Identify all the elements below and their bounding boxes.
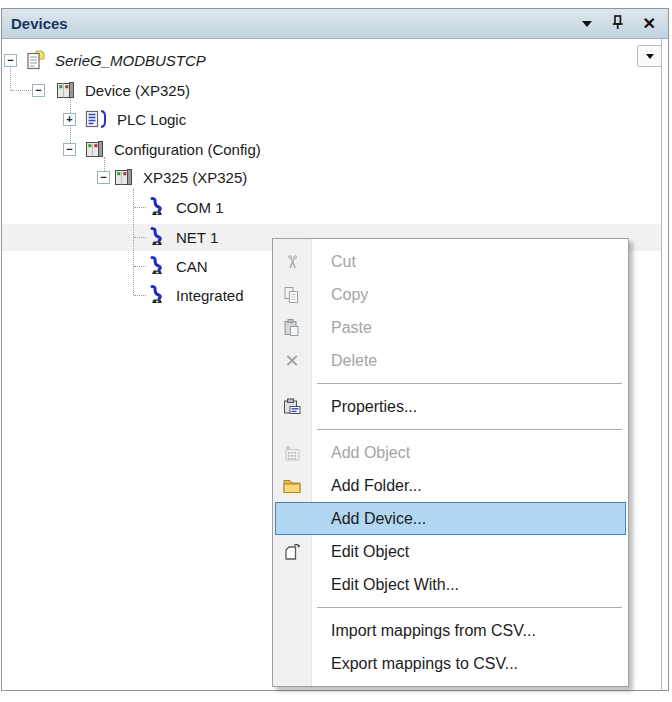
panel-title: Devices	[2, 15, 68, 32]
tree-node-project[interactable]: SerieG_MODBUSTCP	[24, 49, 206, 71]
tree-node-label: NET 1	[174, 229, 218, 246]
panel-inner-border	[661, 39, 662, 690]
tree-node-device[interactable]: Device (XP325)	[55, 79, 190, 101]
tree-guide	[134, 266, 146, 267]
menu-item-import-mappings[interactable]: Import mappings from CSV...	[273, 614, 628, 647]
tree-node-com1[interactable]: COM 1	[148, 196, 224, 218]
menu-separator	[317, 607, 622, 608]
panel-titlebar: Devices ✕	[2, 9, 668, 39]
tree-guide	[134, 207, 146, 208]
edit-object-icon	[273, 542, 311, 562]
port-icon	[148, 227, 167, 247]
paste-icon	[273, 318, 311, 338]
menu-item-properties[interactable]: Properties...	[273, 390, 628, 423]
tree-node-plc-logic[interactable]: PLC Logic	[84, 108, 186, 130]
expander-xp325[interactable]: −	[97, 171, 110, 184]
folder-icon	[273, 477, 311, 494]
port-icon	[148, 285, 167, 305]
port-icon	[148, 256, 167, 276]
context-menu: ✂ Cut Copy Paste ✕ Delete	[272, 238, 629, 687]
tree-guide	[11, 90, 31, 91]
menu-item-delete: ✕ Delete	[273, 344, 628, 377]
tree-node-xp325[interactable]: XP325 (XP325)	[113, 166, 247, 188]
tree-node-net1[interactable]: NET 1	[148, 226, 218, 248]
menu-item-export-mappings[interactable]: Export mappings to CSV...	[273, 647, 628, 680]
pin-icon[interactable]	[611, 14, 624, 34]
menu-separator	[317, 383, 622, 384]
project-icon	[24, 50, 46, 70]
tree-guide	[133, 189, 134, 295]
menu-item-copy: Copy	[273, 278, 628, 311]
plc-logic-icon	[84, 109, 108, 129]
menu-item-cut: ✂ Cut	[273, 245, 628, 278]
add-object-icon	[273, 443, 311, 463]
tree-dropdown-button[interactable]	[637, 45, 662, 67]
menu-item-add-folder[interactable]: Add Folder...	[273, 469, 628, 502]
tree-node-label: COM 1	[174, 199, 224, 216]
menu-item-edit-object-with[interactable]: Edit Object With...	[273, 568, 628, 601]
plc-device-icon	[55, 80, 76, 100]
port-icon	[148, 197, 167, 217]
chevron-down-icon	[646, 54, 654, 59]
close-icon[interactable]: ✕	[643, 16, 656, 32]
properties-icon	[273, 397, 311, 417]
tree-node-label: Device (XP325)	[83, 82, 190, 99]
tree-guide	[10, 67, 11, 90]
copy-icon	[273, 285, 311, 305]
menu-item-add-object: Add Object	[273, 436, 628, 469]
tree-node-label: CAN	[174, 258, 208, 275]
tree-node-label: Configuration (Config)	[112, 141, 261, 158]
menu-item-paste: Paste	[273, 311, 628, 344]
scissors-icon: ✂	[273, 251, 311, 273]
tree-node-configuration[interactable]: Configuration (Config)	[84, 138, 261, 160]
menu-item-edit-object[interactable]: Edit Object	[273, 535, 628, 568]
tree-node-label: Integrated	[174, 287, 244, 304]
plc-device-icon	[113, 167, 134, 187]
tree-node-label: SerieG_MODBUSTCP	[53, 52, 206, 69]
tree-node-label: PLC Logic	[115, 111, 186, 128]
menu-item-add-device[interactable]: Add Device...	[275, 502, 626, 535]
expander-device[interactable]: −	[32, 84, 45, 97]
tree-guide	[134, 295, 146, 296]
tree-node-integrated[interactable]: Integrated	[148, 284, 244, 306]
expander-plc-logic[interactable]: +	[63, 113, 76, 126]
expander-configuration[interactable]: −	[63, 143, 76, 156]
tree-node-label: XP325 (XP325)	[141, 169, 247, 186]
expander-root[interactable]: −	[4, 54, 17, 67]
menu-separator	[317, 429, 622, 430]
tree-guide	[134, 237, 146, 238]
chevron-down-icon[interactable]	[582, 21, 592, 27]
plc-device-icon	[84, 139, 105, 159]
tree-node-can[interactable]: CAN	[148, 255, 208, 277]
delete-icon: ✕	[273, 352, 311, 370]
